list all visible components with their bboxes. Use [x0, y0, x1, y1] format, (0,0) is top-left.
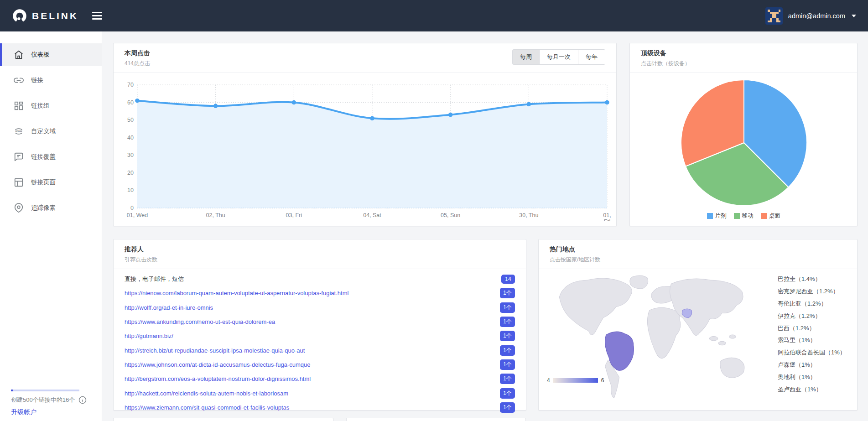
- sidebar-item-label: 链接页面: [31, 178, 56, 187]
- map-indonesia: [709, 337, 718, 341]
- svg-text:50: 50: [127, 117, 134, 123]
- user-menu[interactable]: admin@admin.com: [765, 7, 856, 25]
- click-count-badge: 1个: [500, 388, 515, 399]
- referrer-link[interactable]: http://bergstrom.com/eos-a-voluptatem-no…: [125, 375, 311, 382]
- map-philippines: [718, 341, 726, 345]
- sidebar-item-label: 自定义域: [31, 127, 56, 135]
- svg-text:01, Wed: 01, Wed: [127, 212, 148, 218]
- sidebar-item-grid[interactable]: 链接组: [0, 94, 102, 117]
- legend-swatch: [734, 213, 740, 219]
- sidebar-item-label: 追踪像素: [31, 204, 56, 212]
- upgrade-account-link[interactable]: 升级帐户: [11, 408, 36, 416]
- layout-icon: [14, 177, 24, 187]
- locations-card-title: 热门地点: [550, 245, 600, 254]
- globe-icon: www: [14, 126, 24, 136]
- clicks-card-title: 本周点击: [125, 49, 150, 57]
- map-asia: [670, 279, 743, 335]
- sidebar-item-layout[interactable]: 链接页面: [0, 171, 102, 194]
- sidebar-item-label: 链接覆盖: [31, 153, 56, 161]
- belink-logo-icon: [12, 8, 27, 24]
- sidebar-item-link[interactable]: 链接: [0, 69, 102, 92]
- map-australia: [720, 358, 744, 378]
- click-count-badge: 1个: [500, 345, 515, 356]
- svg-text:0: 0: [130, 205, 134, 211]
- sidebar-item-home[interactable]: 仪表板: [0, 43, 102, 66]
- country-item: 伊拉克（1.2%）: [778, 310, 854, 322]
- legend-swatch: [707, 213, 713, 219]
- map-africa: [647, 307, 680, 358]
- map-north-america: [559, 278, 632, 335]
- country-item: 哥伦比亚（1.2%）: [778, 298, 854, 310]
- referrer-link[interactable]: http://gutmann.biz/: [125, 333, 173, 339]
- world-map[interactable]: [544, 268, 759, 405]
- country-list: 巴拉圭（1.4%）密克罗尼西亚（1.2%）哥伦比亚（1.2%）伊拉克（1.2%）…: [778, 273, 854, 395]
- referrer-link[interactable]: http://wolff.org/ad-et-in-iure-omnis: [125, 304, 213, 311]
- avatar: [765, 7, 783, 25]
- country-item: 阿拉伯联合酋长国（1%）: [778, 347, 854, 359]
- devices-card-title: 顶级设备: [641, 49, 690, 57]
- scale-gradient-bar: [553, 378, 598, 383]
- overlay-icon: [14, 152, 24, 162]
- referrer-link[interactable]: https://www.johnson.com/at-dicta-id-accu…: [125, 361, 311, 368]
- sidebar-item-pin[interactable]: 追踪像素: [0, 197, 102, 219]
- range-button-0[interactable]: 每周: [513, 50, 540, 64]
- referrer-link[interactable]: http://hackett.com/reiciendis-soluta-aut…: [125, 390, 288, 397]
- scale-min-label: 4: [547, 377, 550, 384]
- country-item: 索马里（1%）: [778, 334, 854, 347]
- top-navbar: BELINK admin@admin.com: [0, 0, 868, 31]
- range-button-2[interactable]: 每年: [578, 50, 605, 64]
- top-devices-card: 顶级设备 点击计数（按设备） 片剂移动桌面: [629, 43, 858, 226]
- referrer-row: https://www.ziemann.com/sit-quasi-commod…: [125, 400, 515, 415]
- svg-text:05, Sun: 05, Sun: [441, 212, 460, 218]
- devices-card-subtitle: 点击计数（按设备）: [641, 60, 690, 68]
- user-email: admin@admin.com: [788, 12, 845, 20]
- top-locations-card: 热门地点 点击按国家/地区计数 4 6 巴拉圭（1.4%）密克罗尼西亚（1.2%…: [538, 239, 858, 411]
- legend-label: 移动: [742, 212, 754, 220]
- click-count-badge: 1个: [500, 317, 515, 327]
- range-button-group: 每周每月一次每年: [512, 49, 605, 65]
- click-count-badge: 14: [501, 275, 515, 284]
- devices-pie-chart: [679, 78, 809, 208]
- referrer-row: http://bergstrom.com/eos-a-voluptatem-no…: [125, 372, 515, 386]
- svg-text:02, Thu: 02, Thu: [206, 212, 225, 218]
- referrer-link[interactable]: https://nienow.com/laborum-quam-autem-vo…: [125, 290, 348, 296]
- country-item: 巴西（1.2%）: [778, 322, 854, 334]
- info-icon[interactable]: [78, 396, 87, 404]
- svg-text:30: 30: [127, 152, 134, 158]
- referrer-row: http://hackett.com/reiciendis-soluta-aut…: [125, 386, 515, 400]
- sidebar-item-overlay[interactable]: 链接覆盖: [0, 146, 102, 168]
- usage-text: 创建500个链接中的16个: [11, 396, 75, 404]
- menu-toggle-icon[interactable]: [90, 10, 104, 21]
- chevron-down-icon: [852, 15, 856, 17]
- locations-card-subtitle: 点击按国家/地区计数: [550, 256, 600, 264]
- country-item: 圣卢西亚（1%）: [778, 383, 854, 395]
- svg-text:40: 40: [127, 135, 134, 141]
- click-count-badge: 1个: [500, 302, 515, 313]
- referrer-link[interactable]: https://www.ankunding.com/nemo-ut-est-qu…: [125, 318, 275, 325]
- brand-logo[interactable]: BELINK: [12, 8, 78, 24]
- brand-name: BELINK: [32, 10, 78, 21]
- clicks-line-chart: 01020304050607001, Wed02, Thu03, Fri04, …: [114, 78, 617, 221]
- click-count-badge: 1个: [500, 402, 515, 413]
- country-item: 巴拉圭（1.4%）: [778, 273, 854, 286]
- referrer-link[interactable]: http://streich.biz/ut-repudiandae-suscip…: [125, 347, 305, 354]
- map-japan: [729, 335, 736, 338]
- referrer-link[interactable]: https://www.ziemann.com/sit-quasi-commod…: [125, 404, 289, 411]
- svg-text:01,Fri: 01,Fri: [603, 212, 611, 221]
- clicks-card-subtitle: 414总点击: [125, 60, 150, 68]
- referrers-card: 推荐人 引荐点击次数 直接，电子邮件，短信14https://nienow.co…: [113, 239, 526, 411]
- legend-item-1[interactable]: 移动: [734, 212, 754, 220]
- legend-item-0[interactable]: 片剂: [707, 212, 727, 220]
- grid-icon: [14, 101, 24, 111]
- svg-text:03, Fri: 03, Fri: [286, 212, 302, 218]
- scale-max-label: 6: [601, 377, 604, 384]
- sidebar-nav: 仪表板链接链接组www自定义域链接覆盖链接页面追踪像素: [0, 43, 102, 219]
- usage-box: 创建500个链接中的16个 升级帐户: [11, 390, 84, 416]
- range-button-1[interactable]: 每月一次: [540, 50, 578, 64]
- country-item: 卢森堡（1%）: [778, 359, 854, 371]
- legend-item-2[interactable]: 桌面: [761, 212, 780, 220]
- referrer-label: 直接，电子邮件，短信: [125, 275, 184, 283]
- svg-text:60: 60: [127, 99, 134, 106]
- sidebar-item-globe[interactable]: www自定义域: [0, 120, 102, 143]
- click-count-badge: 1个: [500, 331, 515, 341]
